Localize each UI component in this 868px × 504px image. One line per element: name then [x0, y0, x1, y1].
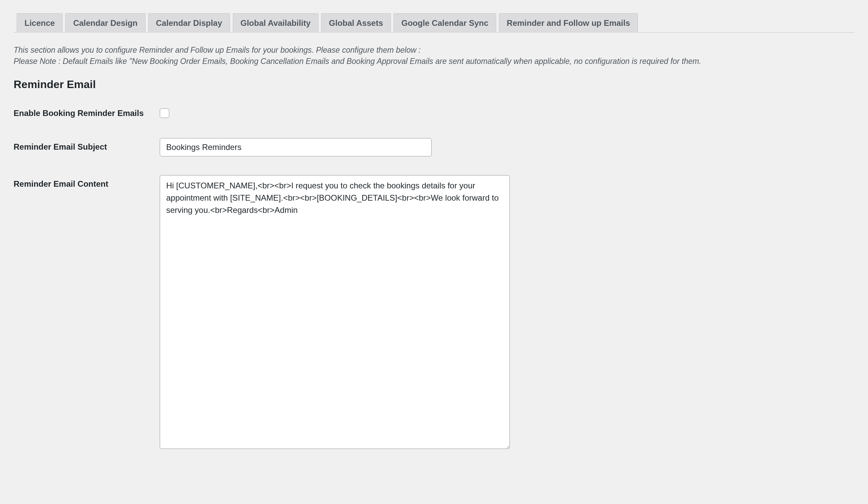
tab-global-availability[interactable]: Global Availability [233, 13, 319, 33]
tab-reminder-followup-emails[interactable]: Reminder and Follow up Emails [499, 13, 638, 33]
tab-global-assets[interactable]: Global Assets [321, 13, 391, 33]
tab-google-calendar-sync[interactable]: Google Calendar Sync [394, 13, 496, 33]
description-line-1: This section allows you to configure Rem… [13, 44, 855, 56]
settings-form: Enable Booking Reminder Emails Reminder … [13, 104, 855, 450]
section-description: This section allows you to configure Rem… [13, 44, 855, 67]
tabs-navigation: Licence Calendar Design Calendar Display… [13, 0, 855, 33]
checkbox-enable-reminder[interactable] [160, 109, 169, 118]
label-reminder-content: Reminder Email Content [13, 175, 160, 189]
textarea-reminder-content[interactable] [160, 175, 510, 449]
tab-calendar-design[interactable]: Calendar Design [65, 13, 145, 33]
row-reminder-subject: Reminder Email Subject [13, 138, 855, 157]
row-reminder-content: Reminder Email Content [13, 175, 855, 450]
tab-calendar-display[interactable]: Calendar Display [148, 13, 230, 33]
row-enable-reminder: Enable Booking Reminder Emails [13, 104, 855, 119]
input-reminder-subject[interactable] [160, 138, 432, 157]
label-enable-reminder: Enable Booking Reminder Emails [13, 104, 160, 118]
tab-licence[interactable]: Licence [17, 13, 63, 33]
section-title: Reminder Email [13, 78, 855, 91]
label-reminder-subject: Reminder Email Subject [13, 138, 160, 152]
description-line-2: Please Note : Default Emails like "New B… [13, 56, 855, 67]
